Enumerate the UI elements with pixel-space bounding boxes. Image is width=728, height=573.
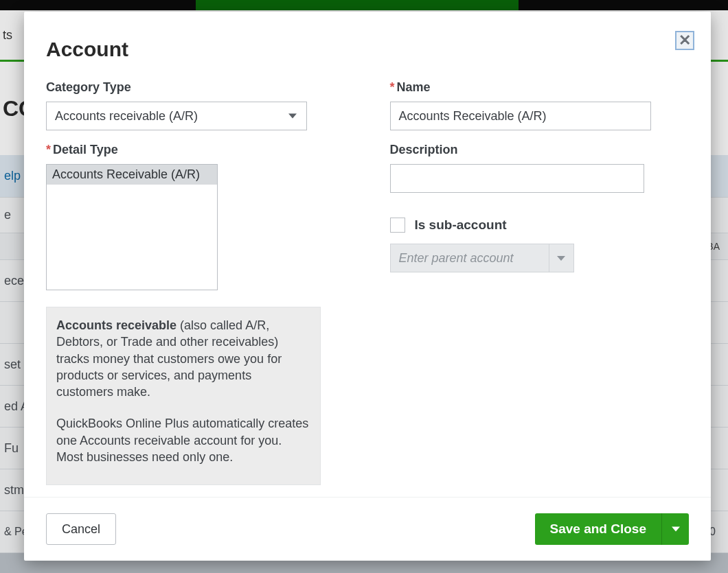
save-dropdown-button[interactable] <box>661 513 689 545</box>
bg-row-2: set <box>4 358 21 372</box>
name-input[interactable]: Accounts Receivable (A/R) <box>390 102 651 130</box>
detail-type-label: *Detail Type <box>46 143 352 157</box>
bg-tab-fragment: ts <box>3 28 12 43</box>
description-input[interactable] <box>390 164 644 193</box>
help-strong: Accounts receivable <box>56 318 177 332</box>
description-label: Description <box>390 143 696 157</box>
modal-footer: Cancel Save and Close <box>24 497 711 561</box>
sub-account-label: Is sub-account <box>415 218 507 233</box>
detail-type-listbox[interactable]: Accounts Receivable (A/R) <box>46 164 218 290</box>
detail-type-help: Accounts receivable (also called A/R, De… <box>46 307 321 485</box>
category-type-select[interactable]: Accounts receivable (A/R) <box>46 102 307 130</box>
name-label: *Name <box>390 80 696 95</box>
bg-help-fragment: elp <box>4 169 21 183</box>
parent-account-select[interactable]: Enter parent account <box>390 244 574 272</box>
detail-type-option[interactable]: Accounts Receivable (A/R) <box>47 165 217 185</box>
parent-account-placeholder: Enter parent account <box>391 251 549 266</box>
cancel-button[interactable]: Cancel <box>46 513 116 545</box>
detail-type-label-text: Detail Type <box>53 143 118 156</box>
close-icon: ✕ <box>679 32 691 49</box>
parent-account-dropdown-button[interactable] <box>549 244 573 272</box>
bg-letter-e: e <box>4 208 11 222</box>
modal-body: Category Type Accounts receivable (A/R) … <box>24 65 711 497</box>
close-button[interactable]: ✕ <box>675 31 694 50</box>
name-label-text: Name <box>397 80 431 94</box>
category-type-label: Category Type <box>46 80 352 95</box>
category-type-value: Accounts receivable (A/R) <box>55 109 198 124</box>
sub-account-checkbox[interactable] <box>390 218 405 233</box>
modal-title: Account <box>24 12 711 65</box>
chevron-down-icon <box>288 114 297 119</box>
save-and-close-button[interactable]: Save and Close <box>535 513 661 545</box>
bg-row-5: stm <box>4 483 24 498</box>
help-p2: QuickBooks Online Plus automatically cre… <box>56 415 310 465</box>
bg-row-4: Fu <box>4 441 19 456</box>
name-input-value: Accounts Receivable (A/R) <box>399 109 547 124</box>
account-modal: ✕ Account Category Type Accounts receiva… <box>24 12 711 561</box>
